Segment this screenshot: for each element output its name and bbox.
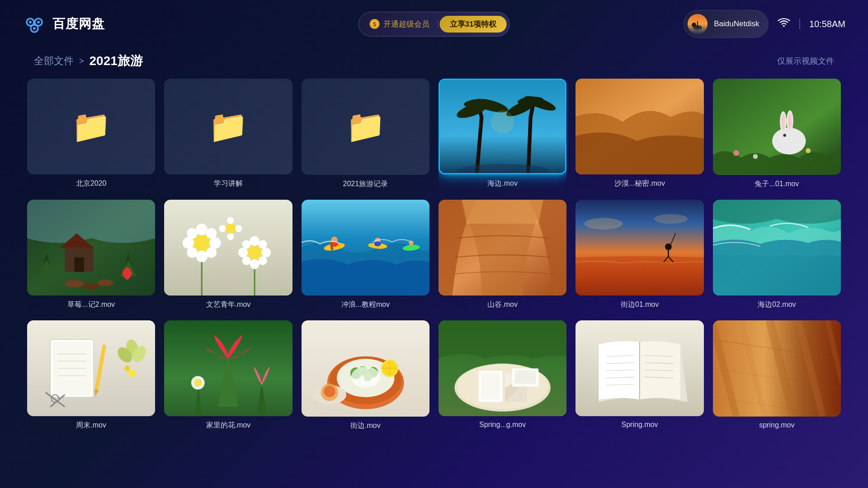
list-item[interactable]: 家里的花.mov	[164, 320, 292, 431]
user-button[interactable]: BaiduNetdisk	[684, 10, 769, 38]
svg-point-56	[250, 259, 259, 268]
file-label: Spring.mov	[620, 421, 660, 429]
svg-point-32	[753, 154, 758, 159]
svg-point-31	[806, 148, 811, 153]
svg-point-126	[324, 386, 335, 398]
avatar	[688, 14, 708, 34]
svg-point-63	[226, 223, 236, 234]
svg-point-58	[261, 248, 271, 257]
video-thumbnail	[713, 320, 841, 417]
list-item[interactable]: 草莓...记2.mov	[27, 200, 155, 310]
header-right: BaiduNetdisk 10:58AM	[684, 10, 845, 38]
file-label: 2021旅游记录	[341, 179, 390, 189]
video-thumbnail	[576, 320, 703, 416]
svg-rect-44	[164, 200, 292, 296]
breadcrumb: 全部文件 > 2021旅游 仅展示视频文件	[0, 48, 868, 79]
svg-point-59	[242, 240, 251, 249]
vip-open-btn[interactable]: $ 开通超级会员	[362, 16, 438, 32]
folder-icon: 📁	[71, 108, 111, 145]
folder-thumbnail: 📁	[302, 79, 429, 175]
svg-rect-131	[481, 373, 500, 399]
vip-banner[interactable]: $ 开通超级会员 立享31项特权	[359, 12, 510, 37]
svg-point-77	[374, 241, 381, 246]
file-label: 周末.mov	[74, 421, 108, 430]
video-thumbnail	[713, 200, 841, 296]
video-thumbnail	[439, 200, 566, 296]
video-thumbnail	[164, 200, 292, 296]
folder-icon: 📁	[346, 108, 385, 145]
svg-point-50	[187, 228, 198, 238]
video-thumbnail	[302, 320, 429, 417]
list-item[interactable]: 山谷.mov	[439, 200, 566, 310]
logo: 百度网盘	[23, 12, 105, 36]
list-item[interactable]: Spring.mov	[576, 320, 703, 431]
svg-point-47	[196, 250, 208, 262]
video-thumbnail-selected	[439, 79, 566, 174]
svg-rect-134	[514, 370, 536, 384]
file-grid: 📁 北京2020 📁 学习讲解 📁 2021旅游记录	[0, 79, 868, 431]
svg-point-46	[196, 224, 208, 235]
svg-point-67	[236, 225, 242, 232]
svg-point-61	[242, 256, 251, 265]
list-item[interactable]: 📁 学习讲解	[164, 79, 292, 189]
svg-point-110	[194, 379, 202, 387]
svg-point-27	[781, 113, 785, 131]
list-item[interactable]: 文艺青年.mov	[164, 200, 292, 310]
file-label: Spring...g.mov	[477, 421, 528, 429]
svg-point-42	[83, 282, 100, 289]
svg-rect-36	[74, 257, 84, 272]
file-label: 学习讲解	[212, 179, 245, 188]
header: 百度网盘 $ 开通超级会员 立享31项特权	[0, 0, 868, 48]
svg-point-41	[65, 280, 84, 287]
file-label: 海边.mov	[486, 179, 519, 188]
svg-point-119	[351, 366, 380, 388]
svg-point-4	[37, 21, 40, 23]
list-item[interactable]: 📁 2021旅游记录	[302, 79, 429, 189]
vip-divider	[438, 19, 438, 28]
video-thumbnail	[302, 200, 429, 296]
vip-banner-container: $ 开通超级会员 立享31项特权	[359, 12, 510, 37]
file-label: 文艺青年.mov	[204, 300, 253, 310]
folder-icon: 📁	[208, 108, 248, 145]
list-item[interactable]: 沙漠...秘密.mov	[576, 79, 703, 189]
folder-thumbnail: 📁	[27, 79, 155, 174]
svg-point-51	[206, 228, 217, 238]
svg-rect-147	[713, 320, 841, 417]
svg-point-54	[247, 245, 262, 259]
breadcrumb-all-files[interactable]: 全部文件	[34, 54, 74, 68]
list-item[interactable]: 街边01.mov	[576, 200, 703, 310]
list-item[interactable]: Spring...g.mov	[439, 320, 566, 431]
list-item[interactable]: 📁 北京2020	[27, 79, 155, 189]
file-label: 家里的花.mov	[204, 421, 253, 430]
filter-video-label: 仅展示视频文件	[777, 56, 834, 66]
svg-point-48	[183, 237, 194, 248]
svg-point-29	[783, 134, 786, 136]
list-item[interactable]: 周末.mov	[27, 320, 155, 431]
file-label: 冲浪...教程mov	[340, 300, 392, 310]
list-item[interactable]: spring.mov	[713, 320, 841, 431]
svg-point-49	[210, 237, 221, 248]
svg-point-55	[250, 236, 259, 245]
wifi-icon	[778, 18, 790, 30]
video-thumbnail	[439, 320, 566, 416]
svg-point-3	[29, 21, 32, 23]
svg-point-30	[733, 150, 739, 156]
list-item[interactable]: 冲浪...教程mov	[302, 200, 429, 310]
list-item[interactable]: 兔子...01.mov	[713, 79, 841, 189]
list-item[interactable]: 海边.mov	[439, 79, 566, 189]
svg-point-52	[187, 247, 198, 258]
vip-privilege-btn[interactable]: 立享31项特权	[440, 16, 507, 33]
svg-point-60	[259, 240, 267, 249]
breadcrumb-current-folder: 2021旅游	[90, 52, 143, 70]
file-label: 山谷.mov	[486, 300, 519, 310]
file-label: 街边01.mov	[619, 300, 660, 310]
svg-point-19	[491, 110, 514, 134]
svg-point-83	[654, 214, 688, 223]
logo-text: 百度网盘	[52, 15, 105, 33]
svg-point-53	[206, 247, 217, 258]
list-item[interactable]: 海边02.mov	[713, 200, 841, 310]
list-item[interactable]: 街边.mov	[302, 320, 429, 431]
video-thumbnail	[576, 79, 703, 174]
svg-point-62	[259, 256, 267, 265]
file-label: 海边02.mov	[756, 300, 797, 310]
